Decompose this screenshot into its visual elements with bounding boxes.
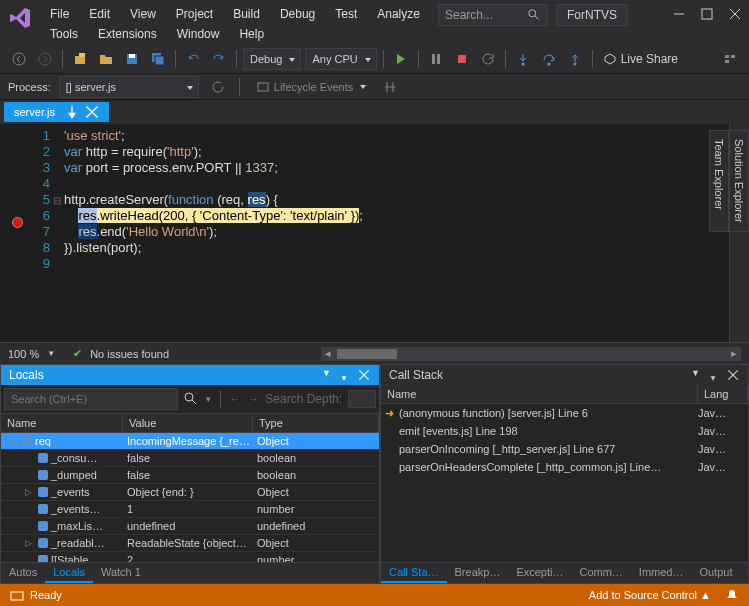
side-dock: Solution Explorer Team Explorer	[709, 130, 749, 232]
process-refresh[interactable]	[207, 76, 229, 98]
close-panel-icon[interactable]	[357, 368, 371, 382]
menu-analyze[interactable]: Analyze	[369, 4, 428, 24]
col-name[interactable]: Name	[381, 385, 698, 403]
close-icon[interactable]	[729, 8, 741, 20]
nav-prev[interactable]: ←	[229, 392, 241, 406]
redo-button[interactable]	[208, 48, 230, 70]
new-project-button[interactable]	[69, 48, 91, 70]
breakpoint-gutter[interactable]	[0, 124, 20, 342]
menu-edit[interactable]: Edit	[81, 4, 118, 24]
locals-row[interactable]: _consu…falseboolean	[1, 450, 379, 467]
status-ready: Ready	[30, 589, 62, 601]
locals-row[interactable]: _events…1number	[1, 501, 379, 518]
nav-back-button[interactable]	[8, 48, 30, 70]
callstack-header[interactable]: Call Stack ▼	[381, 365, 748, 385]
callstack-row[interactable]: parserOnIncoming [_http_server.js] Line …	[381, 440, 748, 458]
locals-rows[interactable]: ▲reqIncomingMessage {_re…Object_consu…fa…	[1, 433, 379, 562]
locals-row[interactable]: ▷_eventsObject {end: }Object	[1, 484, 379, 501]
menu-debug[interactable]: Debug	[272, 4, 323, 24]
menu-file[interactable]: File	[42, 4, 77, 24]
pin-icon[interactable]	[706, 368, 720, 382]
code-editor[interactable]: 123456789 ⊟ 'use strict';var http = requ…	[0, 124, 729, 342]
svg-point-0	[529, 10, 536, 17]
status-bar: Ready Add to Source Control ▲	[0, 584, 749, 606]
lifecycle-dropdown[interactable]: Lifecycle Events	[250, 76, 371, 98]
col-type[interactable]: Type	[253, 414, 379, 432]
restart-button[interactable]	[477, 48, 499, 70]
document-tab[interactable]: server.js	[4, 102, 109, 122]
panel-tab[interactable]: Comm…	[571, 563, 630, 583]
h-scrollbar[interactable]: ◂▸	[321, 347, 741, 361]
minimize-icon[interactable]	[673, 8, 685, 20]
nav-fwd-button[interactable]	[34, 48, 56, 70]
notification-icon[interactable]	[725, 588, 739, 602]
menu-test[interactable]: Test	[327, 4, 365, 24]
step-into-button[interactable]	[512, 48, 534, 70]
panel-tab[interactable]: Immed…	[631, 563, 692, 583]
locals-row[interactable]: _maxLis…undefinedundefined	[1, 518, 379, 535]
team-explorer-tab[interactable]: Team Explorer	[709, 130, 729, 232]
issues-label[interactable]: No issues found	[90, 348, 169, 360]
locals-row[interactable]: _dumpedfalseboolean	[1, 467, 379, 484]
dropdown-icon[interactable]: ▼	[691, 368, 700, 382]
locals-header[interactable]: Locals ▼	[1, 365, 379, 385]
solution-explorer-tab[interactable]: Solution Explorer	[729, 130, 749, 232]
platform-dropdown[interactable]: Any CPU	[305, 48, 376, 70]
step-over-button[interactable]	[538, 48, 560, 70]
menu-tools[interactable]: Tools	[42, 24, 86, 44]
step-out-button[interactable]	[564, 48, 586, 70]
config-dropdown[interactable]: Debug	[243, 48, 301, 70]
panel-tab[interactable]: Excepti…	[508, 563, 571, 583]
breakpoint-marker[interactable]	[12, 217, 23, 228]
pin-icon[interactable]	[65, 105, 79, 119]
save-button[interactable]	[121, 48, 143, 70]
code-content[interactable]: 'use strict';var http = require('http');…	[64, 124, 729, 342]
locals-search-input[interactable]	[4, 388, 178, 410]
callstack-row[interactable]: ➜(anonymous function) [server.js] Line 6…	[381, 404, 748, 422]
save-all-button[interactable]	[147, 48, 169, 70]
col-name[interactable]: Name	[1, 414, 123, 432]
tab-close-icon[interactable]	[85, 105, 99, 119]
zoom-level[interactable]: 100 %	[8, 348, 39, 360]
fold-column[interactable]: ⊟	[50, 124, 64, 342]
callstack-row[interactable]: emit [events.js] Line 198Jav…	[381, 422, 748, 440]
col-lang[interactable]: Lang	[698, 385, 748, 403]
dropdown-icon[interactable]: ▼	[322, 368, 331, 382]
source-control-button[interactable]: Add to Source Control ▲	[589, 589, 711, 601]
search-icon[interactable]	[184, 392, 198, 406]
continue-button[interactable]	[390, 48, 412, 70]
menu-build[interactable]: Build	[225, 4, 268, 24]
locals-row[interactable]: [[Stable…2number	[1, 552, 379, 562]
ntvs-button[interactable]: ForNTVS	[556, 4, 628, 26]
stop-button[interactable]	[451, 48, 473, 70]
col-value[interactable]: Value	[123, 414, 253, 432]
callstack-row[interactable]: parserOnHeadersComplete [_http_common.js…	[381, 458, 748, 476]
panel-tab[interactable]: Watch 1	[93, 563, 149, 583]
pause-button[interactable]	[425, 48, 447, 70]
menu-help[interactable]: Help	[231, 24, 272, 44]
panel-tab[interactable]: Output	[691, 563, 740, 583]
locals-row[interactable]: ▷_readabl…ReadableState {object…Object	[1, 535, 379, 552]
search-box[interactable]: Search...	[438, 4, 548, 26]
toolbar-overflow-button[interactable]	[719, 48, 741, 70]
menu-window[interactable]: Window	[169, 24, 228, 44]
menu-extensions[interactable]: Extensions	[90, 24, 165, 44]
depth-input[interactable]	[348, 390, 376, 408]
panel-tab[interactable]: Call Sta…	[381, 563, 447, 583]
thread-button[interactable]	[379, 76, 401, 98]
live-share-button[interactable]: Live Share	[603, 52, 678, 66]
open-button[interactable]	[95, 48, 117, 70]
pin-icon[interactable]	[337, 368, 351, 382]
maximize-icon[interactable]	[701, 8, 713, 20]
callstack-rows[interactable]: ➜(anonymous function) [server.js] Line 6…	[381, 404, 748, 562]
panel-tab[interactable]: Autos	[1, 563, 45, 583]
locals-row[interactable]: ▲reqIncomingMessage {_re…Object	[1, 433, 379, 450]
close-panel-icon[interactable]	[726, 368, 740, 382]
menu-view[interactable]: View	[122, 4, 164, 24]
undo-button[interactable]	[182, 48, 204, 70]
process-dropdown[interactable]: [] server.js	[59, 76, 199, 98]
nav-next[interactable]: →	[247, 392, 259, 406]
panel-tab[interactable]: Locals	[45, 563, 93, 583]
menu-project[interactable]: Project	[168, 4, 221, 24]
panel-tab[interactable]: Breakp…	[447, 563, 509, 583]
